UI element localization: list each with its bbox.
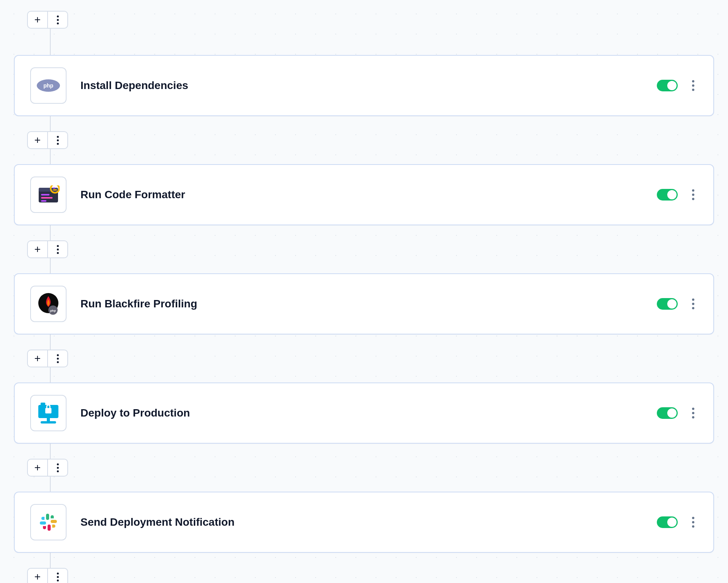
code-format-icon [30,177,67,213]
step-title: Install Dependencies [80,79,657,92]
step-title: Deploy to Production [80,407,657,419]
step-menu-button[interactable] [689,408,698,418]
pipeline-step-card[interactable]: Run Code Formatter [14,164,714,225]
kebab-icon [57,354,59,363]
step-menu-button[interactable] [689,189,698,200]
plus-icon: + [34,244,41,255]
svg-rect-9 [53,189,57,190]
add-step-button[interactable]: + [28,241,47,257]
svg-rect-5 [41,197,53,199]
add-step-group: + [27,350,68,367]
add-step-group: + [27,240,68,258]
add-step-button[interactable]: + [28,12,47,28]
add-step-button[interactable]: + [28,569,47,583]
kebab-icon [57,136,59,145]
kebab-icon [57,463,59,472]
deploy-icon [30,395,67,431]
svg-text:php: php [50,309,56,312]
add-step-options-button[interactable] [48,350,67,367]
add-step-group: + [27,131,68,149]
svg-rect-17 [46,514,49,520]
plus-icon: + [34,571,41,582]
add-step-group: + [27,568,68,583]
step-menu-button[interactable] [689,298,698,309]
enable-toggle[interactable] [657,189,678,201]
pipeline-step-card[interactable]: Send Deployment Notification [14,492,714,553]
step-title: Run Code Formatter [80,189,657,201]
svg-rect-20 [40,521,46,525]
svg-rect-19 [48,525,51,531]
step-menu-button[interactable] [689,80,698,91]
enable-toggle[interactable] [657,516,678,528]
add-step-options-button[interactable] [48,460,67,476]
enable-toggle[interactable] [657,298,678,310]
add-step-group: + [27,11,68,29]
enable-toggle[interactable] [657,407,678,419]
plus-icon: + [34,14,41,25]
add-step-options-button[interactable] [48,12,67,28]
enable-toggle[interactable] [657,80,678,91]
add-step-options-button[interactable] [48,132,67,148]
svg-rect-4 [41,194,50,195]
slack-icon [30,504,67,540]
pipeline-step-card[interactable]: php Run Blackfire Profiling [14,273,714,334]
svg-rect-16 [45,408,51,413]
svg-rect-8 [53,187,55,189]
add-step-button[interactable]: + [28,460,47,476]
svg-text:php: php [43,82,53,89]
add-step-options-button[interactable] [48,569,67,583]
php-icon: php [30,67,67,104]
svg-rect-6 [41,200,46,202]
step-title: Send Deployment Notification [80,516,657,528]
kebab-icon [57,15,59,24]
svg-rect-14 [47,418,50,421]
svg-rect-15 [41,421,56,424]
add-step-button[interactable]: + [28,350,47,367]
step-title: Run Blackfire Profiling [80,298,657,310]
kebab-icon [57,245,59,254]
add-step-group: + [27,459,68,477]
plus-icon: + [34,462,41,473]
svg-rect-18 [51,520,57,523]
blackfire-icon: php [30,286,67,322]
pipeline-step-card[interactable]: php Install Dependencies [14,55,714,116]
kebab-icon [57,573,59,581]
add-step-button[interactable]: + [28,132,47,148]
plus-icon: + [34,135,41,146]
step-menu-button[interactable] [689,517,698,528]
plus-icon: + [34,353,41,364]
pipeline-step-card[interactable]: Deploy to Production [14,382,714,444]
add-step-options-button[interactable] [48,241,67,257]
